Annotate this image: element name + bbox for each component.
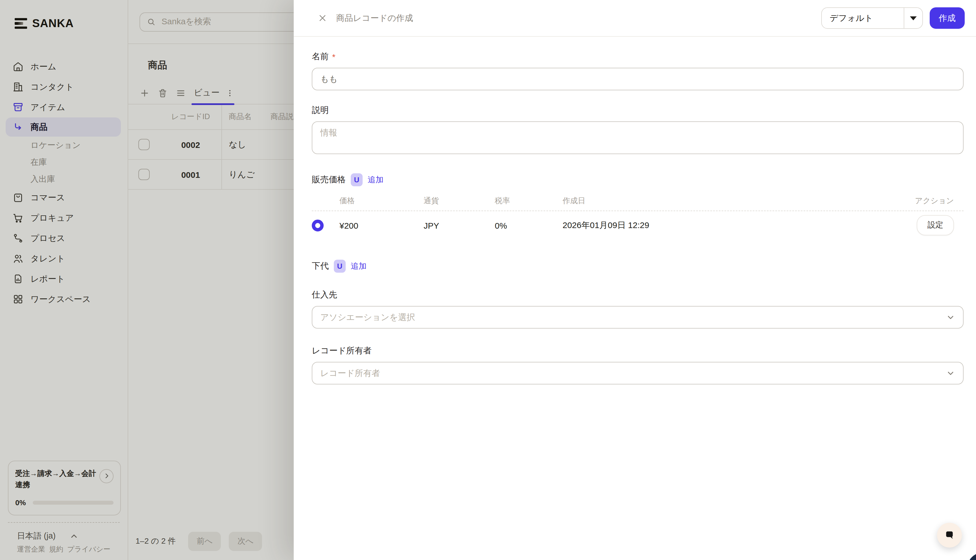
unit-badge: U bbox=[334, 260, 346, 273]
caret-down-icon[interactable] bbox=[904, 8, 923, 28]
chat-launcher-button[interactable] bbox=[937, 523, 962, 548]
add-price-link[interactable]: 追加 bbox=[368, 175, 384, 185]
cost-section: 下代 U 追加 bbox=[312, 260, 964, 273]
currency-col: 通貨 bbox=[419, 196, 490, 206]
owner-field-label: レコード所有者 bbox=[312, 345, 964, 356]
create-button[interactable]: 作成 bbox=[930, 7, 965, 29]
price-settings-button[interactable]: 設定 bbox=[917, 215, 954, 235]
price-value: ¥200 bbox=[334, 220, 419, 230]
close-icon[interactable] bbox=[317, 13, 328, 23]
description-field-label: 説明 bbox=[312, 105, 964, 116]
price-table: 価格 通貨 税率 作成日 アクション ¥200 JPY 0% 2026年01月0… bbox=[312, 194, 964, 239]
supplier-select-placeholder: アソシエーションを選択 bbox=[320, 312, 946, 323]
name-field-label: 名前 * bbox=[312, 52, 964, 62]
drawer-body: 名前 * 説明 販売価格 U 追加 価格 通貨 税率 作成日 アクシ bbox=[294, 37, 976, 385]
app-root: SANKA ホーム コンタクト アイテム 商品 ロケーション 在庫 入出庫 bbox=[0, 0, 976, 560]
price-radio-selected[interactable] bbox=[312, 219, 324, 231]
supplier-field-label: 仕入先 bbox=[312, 290, 964, 300]
created-col: 作成日 bbox=[558, 196, 915, 206]
action-col: アクション bbox=[915, 196, 964, 206]
drawer-title: 商品レコードの作成 bbox=[336, 13, 413, 23]
template-select-value: デフォルト bbox=[822, 8, 904, 28]
created-value: 2026年01月09日 12:29 bbox=[558, 220, 917, 231]
drawer-header: 商品レコードの作成 デフォルト 作成 bbox=[294, 0, 976, 37]
unit-badge: U bbox=[351, 173, 363, 186]
chevron-down-icon bbox=[946, 313, 955, 322]
price-row: ¥200 JPY 0% 2026年01月09日 12:29 設定 bbox=[312, 211, 964, 239]
owner-select[interactable]: レコード所有者 bbox=[312, 362, 964, 385]
tax-value: 0% bbox=[490, 220, 558, 230]
create-product-drawer: 商品レコードの作成 デフォルト 作成 名前 * 説明 販売価格 U 追加 bbox=[294, 0, 976, 560]
supplier-select[interactable]: アソシエーションを選択 bbox=[312, 306, 964, 328]
chevron-down-icon bbox=[946, 368, 955, 378]
description-textarea[interactable] bbox=[312, 122, 964, 154]
sales-price-section: 販売価格 U 追加 bbox=[312, 173, 964, 186]
price-table-header: 価格 通貨 税率 作成日 アクション bbox=[312, 194, 964, 211]
add-cost-link[interactable]: 追加 bbox=[351, 261, 367, 271]
template-select[interactable]: デフォルト bbox=[821, 7, 923, 29]
tax-col: 税率 bbox=[490, 196, 558, 206]
cost-label: 下代 bbox=[312, 261, 329, 272]
chat-bubble-icon bbox=[944, 530, 955, 541]
name-input[interactable] bbox=[312, 68, 964, 90]
sales-price-label: 販売価格 bbox=[312, 175, 346, 185]
required-asterisk: * bbox=[332, 52, 335, 62]
owner-select-placeholder: レコード所有者 bbox=[320, 368, 946, 378]
currency-value: JPY bbox=[419, 220, 490, 230]
price-col: 価格 bbox=[334, 196, 419, 206]
